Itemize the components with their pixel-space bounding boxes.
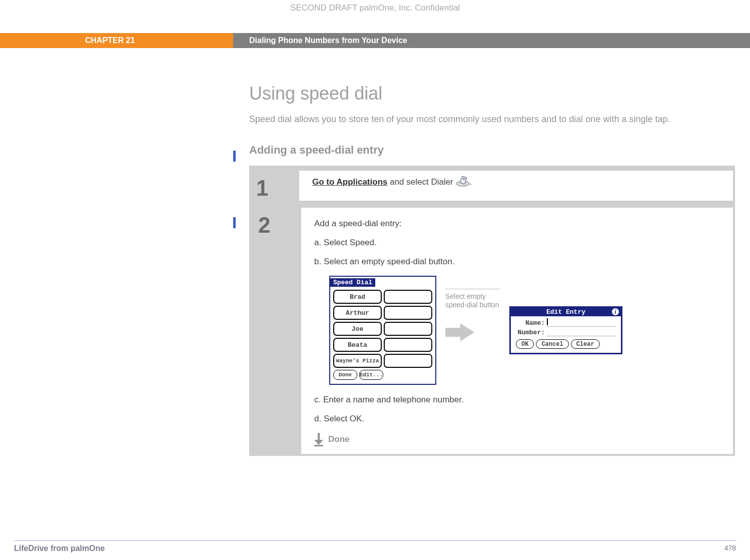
go-to-applications-link[interactable]: Go to Applications [312, 177, 387, 187]
speed-dial-entry[interactable]: Brad [333, 290, 382, 304]
done-arrow-icon [314, 433, 323, 446]
arrow-right-icon [460, 323, 474, 341]
step-2: 2 Add a speed-dial entry: a. Select Spee… [249, 203, 735, 456]
done-indicator: Done [314, 433, 720, 446]
done-button[interactable]: Done [333, 370, 357, 380]
chapter-number: CHAPTER 21 [0, 33, 233, 48]
product-name: LifeDrive from palmOne [14, 544, 105, 553]
edit-entry-title: Edit Entry i [511, 308, 621, 316]
section-intro: Speed dial allows you to store ten of yo… [249, 113, 735, 126]
info-icon[interactable]: i [612, 308, 619, 315]
draft-notice: SECOND DRAFT palmOne, Inc. Confidential [0, 0, 750, 33]
speed-dial-empty[interactable] [384, 290, 432, 304]
speed-dial-entry[interactable]: Wayne's Pizza [333, 354, 382, 368]
speed-dial-title: Speed Dial [330, 278, 375, 287]
speed-dial-empty[interactable] [384, 338, 432, 352]
step-1: 1 Go to Applications and select Dialer . [249, 166, 735, 203]
revision-bar-icon [233, 217, 236, 228]
number-field[interactable] [547, 329, 616, 336]
name-label: Name: [516, 319, 545, 327]
diagram: Speed Dial Brad Arthur Joe [329, 276, 720, 385]
dialer-icon [456, 176, 470, 189]
substep-a: a. Select Speed. [314, 238, 720, 248]
step-1-text: and select Dialer [387, 177, 455, 187]
substep-b: b. Select an empty speed-dial button. [314, 257, 720, 267]
section-heading: Using speed dial [249, 83, 735, 104]
clear-button[interactable]: Clear [571, 339, 600, 349]
step-2-lead: Add a speed-dial entry: [314, 219, 720, 229]
cancel-button[interactable]: Cancel [536, 339, 568, 349]
page-footer: LifeDrive from palmOne 478 [14, 540, 736, 553]
substep-d: d. Select OK. [314, 414, 720, 424]
chapter-bar: CHAPTER 21 Dialing Phone Numbers from Yo… [0, 33, 750, 48]
edit-entry-dialog: Edit Entry i Name: Number: [509, 306, 622, 354]
speed-dial-entry[interactable]: Arthur [333, 306, 382, 320]
speed-dial-entry[interactable]: Beata [333, 338, 382, 352]
step-number: 2 [251, 208, 301, 454]
done-label: Done [328, 434, 350, 444]
speed-dial-entry[interactable]: Joe [333, 322, 382, 336]
step-1-period: . [470, 177, 472, 187]
ok-button[interactable]: OK [516, 339, 534, 349]
callout-text: Select empty speed-dial button [445, 292, 499, 309]
number-label: Number: [516, 329, 545, 336]
speed-dial-empty[interactable] [384, 354, 432, 368]
name-field[interactable] [547, 319, 616, 327]
edit-button[interactable]: Edit... [359, 370, 383, 380]
page-number: 478 [724, 544, 736, 553]
subsection-heading: Adding a speed-dial entry [249, 144, 735, 157]
speed-dial-empty[interactable] [384, 322, 432, 336]
step-number: 1 [249, 171, 299, 201]
callout-leader-line [445, 289, 500, 289]
speed-dial-empty[interactable] [384, 306, 432, 320]
revision-bar-icon [233, 151, 236, 162]
speed-dial-window: Speed Dial Brad Arthur Joe [329, 276, 436, 385]
substep-c: c. Enter a name and telephone number. [314, 395, 720, 405]
chapter-title: Dialing Phone Numbers from Your Device [233, 33, 750, 48]
